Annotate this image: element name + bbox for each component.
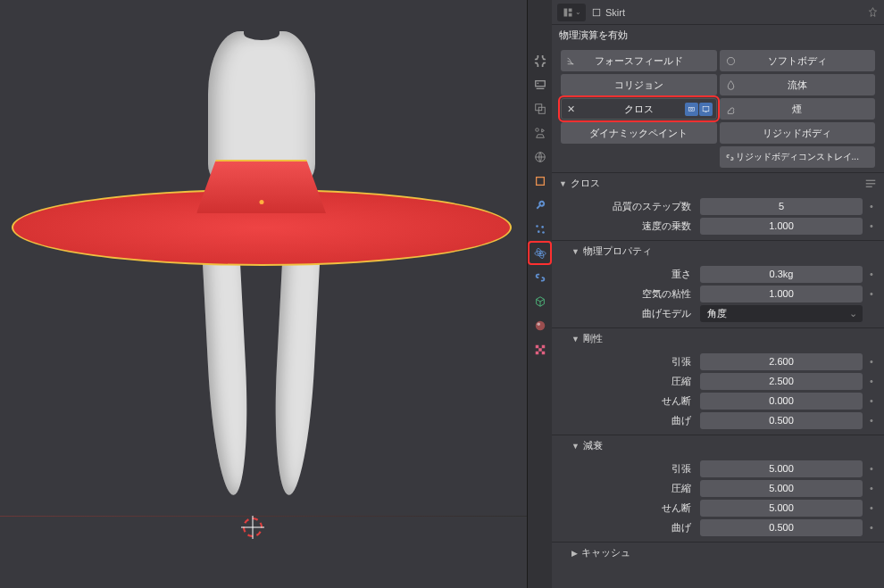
cloth-section-header[interactable]: ▼ クロス bbox=[552, 172, 884, 194]
caret-down-icon: ▼ bbox=[571, 442, 580, 451]
physics-rigidbody-constraint-button[interactable]: リジッドボディコンストレイ... bbox=[720, 146, 876, 168]
anim-dot[interactable]: • bbox=[868, 463, 875, 474]
tab-material[interactable] bbox=[528, 313, 552, 337]
damping-shear-value[interactable]: 5.000 bbox=[700, 500, 863, 517]
caret-right-icon: ▶ bbox=[571, 549, 578, 558]
svg-rect-30 bbox=[866, 183, 876, 184]
anim-dot[interactable]: • bbox=[868, 269, 875, 279]
stiffness-shear-value[interactable]: 0.000 bbox=[700, 393, 863, 410]
anim-dot[interactable]: • bbox=[868, 522, 875, 533]
physics-rigidbody-button[interactable]: リジッドボディ bbox=[720, 122, 876, 144]
physics-cloth-button[interactable]: ✕ クロス bbox=[561, 98, 717, 120]
body-mesh bbox=[174, 31, 348, 504]
speed-mult-value[interactable]: 1.000 bbox=[700, 218, 863, 235]
svg-rect-21 bbox=[563, 8, 567, 16]
tab-constraint[interactable] bbox=[528, 265, 552, 289]
bend-model-label: 曲げモデル bbox=[561, 307, 695, 320]
anim-dot[interactable]: • bbox=[868, 288, 875, 299]
svg-rect-31 bbox=[866, 186, 872, 186]
viewport-3d[interactable] bbox=[0, 0, 527, 588]
physics-dynamicpaint-button[interactable]: ダイナミックペイント bbox=[561, 122, 717, 144]
anim-dot[interactable]: • bbox=[868, 502, 875, 513]
svg-rect-20 bbox=[541, 351, 545, 354]
svg-point-11 bbox=[538, 252, 542, 255]
stiffness-section-header[interactable]: ▼ 剛性 bbox=[552, 327, 884, 349]
anim-dot[interactable]: • bbox=[868, 201, 875, 211]
anim-dot[interactable]: • bbox=[868, 395, 875, 406]
close-icon[interactable]: ✕ bbox=[567, 104, 575, 115]
damping-tension-value[interactable]: 5.000 bbox=[700, 460, 863, 477]
physprops-section-header[interactable]: ▼ 物理プロパティ bbox=[552, 240, 884, 261]
tab-physics[interactable] bbox=[528, 241, 552, 265]
physics-enable-header: 物理演算を有効 bbox=[552, 25, 884, 46]
tab-object[interactable] bbox=[528, 169, 552, 193]
physics-forcefield-button[interactable]: フォースフィールド bbox=[561, 50, 717, 71]
svg-point-7 bbox=[536, 225, 538, 228]
damping-compression-value[interactable]: 5.000 bbox=[700, 480, 863, 497]
bend-model-select[interactable]: 角度 bbox=[700, 305, 863, 322]
cache-section-header[interactable]: ▶ キャッシュ bbox=[552, 542, 884, 563]
physics-fluid-button[interactable]: 流体 bbox=[720, 74, 876, 95]
physprops-block: 重さ 0.3kg • 空気の粘性 1.000 • 曲げモデル 角度 bbox=[552, 261, 884, 327]
svg-point-15 bbox=[537, 322, 540, 326]
svg-rect-23 bbox=[568, 12, 571, 16]
breadcrumb[interactable]: Skirt bbox=[591, 7, 625, 18]
properties-panel: ⌄ Skirt 物理演算を有効 フォースフィールド ソフ bbox=[527, 0, 884, 588]
anim-dot[interactable]: • bbox=[868, 376, 875, 386]
stiffness-tension-value[interactable]: 2.600 bbox=[700, 353, 863, 370]
tab-output[interactable] bbox=[528, 72, 552, 96]
mesh-icon bbox=[591, 7, 602, 18]
air-visc-label: 空気の粘性 bbox=[561, 287, 695, 301]
properties-tab-strip bbox=[528, 0, 552, 588]
tab-meshdata[interactable] bbox=[528, 289, 552, 313]
svg-rect-22 bbox=[568, 8, 571, 12]
svg-point-8 bbox=[541, 226, 544, 228]
fluid-icon bbox=[725, 79, 737, 91]
speed-mult-label: 速度の乗数 bbox=[561, 219, 695, 233]
stiffness-bending-value[interactable]: 0.500 bbox=[700, 412, 863, 429]
air-visc-value[interactable]: 1.000 bbox=[700, 286, 863, 302]
anim-dot[interactable]: • bbox=[868, 220, 875, 231]
svg-point-1 bbox=[537, 82, 538, 84]
mass-label: 重さ bbox=[561, 268, 695, 281]
constraint-icon bbox=[725, 153, 735, 162]
smoke-icon bbox=[725, 104, 737, 115]
tab-modifier[interactable] bbox=[528, 193, 552, 217]
tab-particle[interactable] bbox=[528, 217, 552, 241]
cursor-3d bbox=[243, 518, 263, 537]
cloth-quality-block: 品質のステップ数 5 • 速度の乗数 1.000 • bbox=[552, 194, 884, 240]
softbody-icon bbox=[725, 55, 737, 67]
svg-point-14 bbox=[535, 320, 545, 330]
editor-type-select[interactable]: ⌄ bbox=[557, 4, 586, 21]
render-toggle-icon[interactable] bbox=[685, 103, 698, 116]
physics-smoke-button[interactable]: 煙 bbox=[720, 98, 876, 120]
preset-menu-icon[interactable] bbox=[864, 178, 877, 190]
anim-dot[interactable]: • bbox=[868, 356, 875, 367]
quality-steps-label: 品質のステップ数 bbox=[561, 200, 695, 213]
display-toggle-icon[interactable] bbox=[699, 103, 713, 116]
tab-viewlayer[interactable] bbox=[528, 96, 552, 120]
damping-section-header[interactable]: ▼ 減衰 bbox=[552, 435, 884, 456]
physics-collision-button[interactable]: コリジョン bbox=[561, 74, 717, 95]
svg-point-26 bbox=[690, 108, 692, 110]
skirt-disc bbox=[12, 189, 512, 266]
anim-dot[interactable]: • bbox=[868, 415, 875, 426]
tab-render[interactable] bbox=[528, 48, 552, 72]
mass-value[interactable]: 0.3kg bbox=[700, 266, 863, 283]
skirt-object[interactable] bbox=[4, 170, 518, 286]
physics-softbody-button[interactable]: ソフトボディ bbox=[720, 50, 876, 71]
properties-content: ⌄ Skirt 物理演算を有効 フォースフィールド ソフ bbox=[552, 0, 884, 588]
tab-world[interactable] bbox=[528, 145, 552, 169]
anim-dot[interactable]: • bbox=[868, 483, 875, 493]
skirt-top bbox=[196, 160, 326, 213]
damping-bending-value[interactable]: 0.500 bbox=[700, 519, 863, 536]
scene bbox=[0, 0, 527, 588]
pin-icon[interactable] bbox=[867, 6, 879, 18]
svg-rect-17 bbox=[541, 344, 545, 348]
tab-scene[interactable] bbox=[528, 120, 552, 145]
svg-rect-0 bbox=[535, 80, 545, 86]
caret-down-icon: ▼ bbox=[571, 247, 580, 256]
stiffness-compression-value[interactable]: 2.500 bbox=[700, 373, 863, 390]
quality-steps-value[interactable]: 5 bbox=[700, 198, 863, 215]
tab-texture[interactable] bbox=[528, 337, 552, 361]
